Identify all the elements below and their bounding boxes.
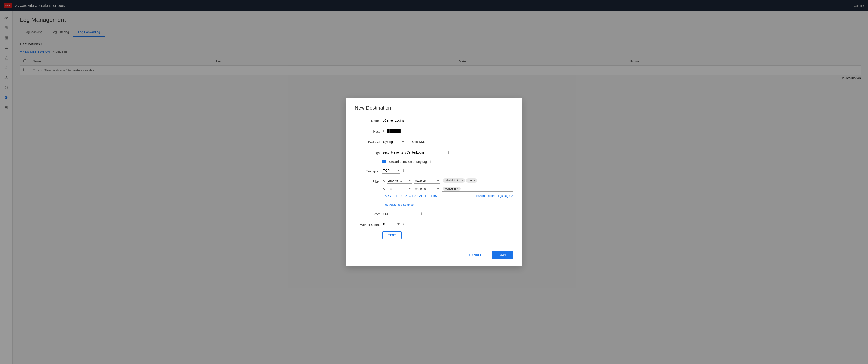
fwd-info-icon: ℹ [430,160,431,164]
run-explore-icon: ↗ [511,194,513,197]
filter-section: ✕ vmw_vr_... matches does not match cont… [382,178,513,198]
save-button[interactable]: SAVE [492,251,513,259]
use-ssl-label: Use SSL [412,140,425,144]
filter-2-remove-loggedin[interactable]: ✕ [457,187,459,190]
transport-row: Transport TCP UDP ℹ [355,168,513,174]
host-input[interactable] [382,128,441,135]
fwd-tags-control: ✓ Forward complementary tags ℹ [382,160,513,164]
fwd-checkbox-row: ✓ Forward complementary tags ℹ [382,160,431,164]
filter-1-value-administrator: administrator ✕ [443,178,465,183]
hide-advanced-row: Hide Advanced Settings [355,202,513,206]
filter-1-value-root: root ✕ [466,178,477,183]
filter-control: ✕ vmw_vr_... matches does not match cont… [382,178,513,198]
port-control: ℹ [382,211,513,217]
run-explore-button[interactable]: Run in Explore Logs page ↗ [476,194,513,198]
add-filter-button[interactable]: + ADD FILTER [382,194,402,198]
name-row: Name [355,117,513,124]
filter-row: Filter ✕ vmw_vr_... matches does not mat… [355,178,513,198]
transport-label: Transport [355,168,380,173]
protocol-label: Protocol [355,139,380,144]
filter-actions-left: + ADD FILTER ✕ CLEAR ALL FILTERS [382,194,437,198]
protocol-row: Protocol Syslog CFSyslog Raw Use SSL ℹ [355,139,513,145]
filter-1-op-select[interactable]: matches does not match contains [413,178,440,184]
fwd-complementary-label: Forward complementary tags [388,160,428,164]
filter-2-remove-icon[interactable]: ✕ [382,187,385,191]
port-info-icon: ℹ [421,212,422,216]
host-row: Host [355,128,513,135]
ssl-row: Use SSL ℹ [407,140,428,144]
fwd-tags-row: ✓ Forward complementary tags ℹ [355,160,513,164]
transport-info-icon: ℹ [403,169,404,172]
fwd-complementary-checkbox[interactable]: ✓ [382,160,385,163]
dialog-title: New Destination [355,105,513,111]
filter-1-remove-root[interactable]: ✕ [473,179,475,182]
worker-count-label: Worker Count [355,221,380,227]
host-control [382,128,513,135]
tags-input[interactable] [382,149,446,156]
ssl-checkbox[interactable] [407,140,410,143]
filter-1-remove-icon[interactable]: ✕ [382,179,385,183]
tags-control: ℹ [382,149,513,156]
modal-overlay: New Destination Name Host Protocol Syslo… [0,0,868,364]
worker-count-control: 1 2 4 8 16 ℹ [382,221,513,227]
host-label: Host [355,128,380,133]
filter-1-remove-administrator[interactable]: ✕ [461,179,463,182]
filter-1-field-select[interactable]: vmw_vr_... [387,178,412,184]
filter-2-op-select[interactable]: matches does not match contains [413,186,440,192]
ssl-info-icon: ℹ [427,140,428,144]
filter-row-2: ✕ text matches does not match contains l… [382,186,513,192]
filter-1-values: administrator ✕ root ✕ [442,178,513,184]
filter-2-value-loggedin: logged in ✕ [443,187,461,191]
transport-select[interactable]: TCP UDP [382,168,401,174]
tags-label: Tags [355,149,380,155]
worker-info-icon: ℹ [403,222,404,226]
new-destination-dialog: New Destination Name Host Protocol Syslo… [346,98,522,267]
name-control [382,117,513,124]
dialog-footer: CANCEL SAVE [355,246,513,259]
filter-row-1: ✕ vmw_vr_... matches does not match cont… [382,178,513,184]
worker-count-select[interactable]: 1 2 4 8 16 [382,221,401,227]
test-row: TEST [355,231,513,239]
filter-2-field-select[interactable]: text [387,186,412,192]
cancel-button[interactable]: CANCEL [463,251,489,259]
test-button[interactable]: TEST [382,231,402,239]
name-input[interactable] [382,117,441,124]
protocol-control: Syslog CFSyslog Raw Use SSL ℹ [382,139,513,145]
tags-info-icon: ℹ [448,150,449,154]
worker-count-row: Worker Count 1 2 4 8 16 ℹ [355,221,513,227]
filter-actions: + ADD FILTER ✕ CLEAR ALL FILTERS Run in … [382,194,513,198]
port-input[interactable] [382,211,418,217]
filter-2-values: logged in ✕ [442,186,513,192]
port-label: Port [355,211,380,216]
name-label: Name [355,117,380,123]
hide-advanced-button[interactable]: Hide Advanced Settings [382,203,413,206]
tags-row: Tags ℹ [355,149,513,156]
clear-filters-button[interactable]: ✕ CLEAR ALL FILTERS [405,194,437,198]
fwd-tags-spacer [355,160,380,162]
transport-control: TCP UDP ℹ [382,168,513,174]
filter-label: Filter [355,178,380,183]
port-row: Port ℹ [355,211,513,217]
protocol-select[interactable]: Syslog CFSyslog Raw [382,139,405,145]
